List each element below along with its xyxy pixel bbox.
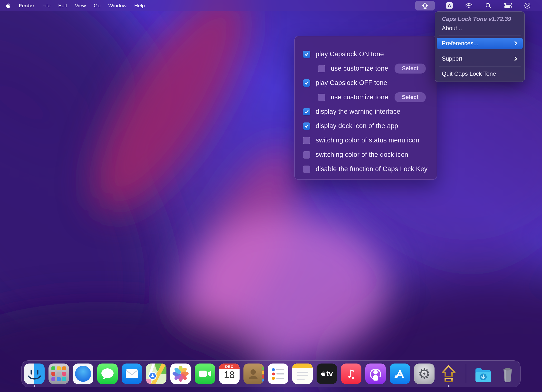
support-label: Support — [442, 55, 462, 62]
menu-separator — [439, 36, 521, 36]
circle-chevron-icon — [524, 2, 531, 9]
dock-caps-lock-tone-icon[interactable] — [438, 364, 459, 384]
menu-item-about[interactable]: About... — [435, 23, 524, 34]
pref-row-play-on-tone: play Capslock ON tone — [303, 47, 428, 61]
dock-messages-icon[interactable] — [97, 364, 118, 384]
pref-row-disable-capslock: disable the function of Caps Lock Key — [303, 162, 428, 176]
caps-lock-arrow-icon — [421, 2, 429, 9]
pref-label: disable the function of Caps Lock Key — [316, 165, 427, 173]
checkbox-checked[interactable] — [303, 51, 310, 58]
pref-label: use customize tone — [331, 93, 388, 101]
running-indicator — [448, 385, 450, 387]
input-letter-badge: A — [446, 2, 453, 9]
checkbox-checked[interactable] — [303, 122, 310, 130]
wifi-alert-status-icon[interactable] — [464, 1, 474, 10]
dock-maps-icon[interactable] — [146, 364, 166, 384]
music-note-icon: ♫ — [346, 367, 356, 380]
pref-row-switch-status-color: switching color of status menu icon — [303, 133, 428, 148]
gear-icon: ⚙ — [418, 367, 431, 381]
menu-item-support[interactable]: Support — [437, 53, 523, 64]
dock-mail-icon[interactable] — [122, 364, 142, 384]
select-tone-button[interactable]: Select — [395, 92, 426, 102]
pref-label: use customize tone — [331, 65, 388, 72]
checkbox-unchecked[interactable] — [318, 94, 325, 101]
wifi-alert-icon — [465, 2, 473, 9]
menu-item-help[interactable]: Help — [134, 3, 145, 9]
pref-row-dock-icon: display dock icon of the app — [303, 119, 428, 133]
calendar-day: 18 — [219, 369, 240, 380]
pref-label: display the warning interface — [316, 108, 400, 115]
menu-item-edit[interactable]: Edit — [58, 3, 67, 9]
caps-lock-tone-menu: Caps Lock Tone v1.72.39 About... Prefere… — [435, 11, 525, 82]
input-letter: A — [448, 3, 451, 8]
menu-item-file[interactable]: File — [42, 3, 50, 9]
pref-row-play-off-tone: play Capslock OFF tone — [303, 76, 428, 90]
toggles-icon — [504, 3, 512, 8]
dock-tv-icon[interactable]: tv — [317, 364, 337, 384]
apple-menu[interactable] — [6, 3, 10, 8]
search-icon — [485, 2, 492, 9]
input-source-status-icon[interactable]: A — [445, 1, 454, 10]
menu-item-go[interactable]: Go — [94, 3, 100, 9]
caps-lock-tone-status-icon[interactable] — [415, 1, 435, 10]
dock-launchpad-icon[interactable] — [48, 364, 69, 384]
pref-row-warning-interface: display the warning interface — [303, 104, 428, 119]
chevron-right-icon — [514, 56, 518, 61]
menu-item-preferences[interactable]: Preferences... — [437, 38, 523, 49]
menu-separator — [439, 51, 521, 51]
dock-downloads-folder-icon[interactable] — [473, 364, 494, 384]
status-icons: A — [415, 0, 542, 11]
dock-podcasts-icon[interactable] — [365, 364, 386, 384]
spotlight-search-icon[interactable] — [484, 1, 493, 10]
apple-icon — [6, 3, 10, 8]
pref-row-customize-off: use customize tone Select — [318, 90, 428, 104]
checkbox-checked[interactable] — [303, 79, 310, 87]
tv-label: tv — [326, 370, 333, 378]
preferences-label: Preferences... — [442, 40, 478, 47]
dock-notes-icon[interactable] — [292, 364, 313, 384]
chevron-right-icon — [514, 41, 518, 46]
menu-item-view[interactable]: View — [75, 3, 86, 9]
checkbox-unchecked[interactable] — [303, 166, 310, 173]
dock-trash-icon[interactable] — [497, 364, 518, 384]
pref-row-customize-on: use customize tone Select — [318, 61, 428, 76]
menu-separator — [439, 66, 521, 66]
dock-music-icon[interactable]: ♫ — [341, 364, 361, 384]
dock-separator — [466, 364, 466, 383]
menu-item-quit[interactable]: Quit Caps Lock Tone — [435, 68, 524, 79]
control-center-icon[interactable] — [503, 1, 513, 10]
apple-logo-small — [321, 371, 326, 377]
select-tone-button[interactable]: Select — [395, 64, 426, 74]
dock-finder-icon[interactable] — [24, 364, 45, 384]
dock-facetime-icon[interactable] — [195, 364, 215, 384]
checkbox-unchecked[interactable] — [303, 137, 310, 144]
menu-bar-left: Finder File Edit View Go Window Help — [0, 3, 145, 9]
calendar-month: DEC — [219, 364, 240, 369]
pref-label: switching color of the dock icon — [316, 151, 408, 159]
pref-label: play Capslock ON tone — [316, 50, 384, 58]
dock-contacts-icon[interactable] — [243, 364, 264, 384]
dock-safari-icon[interactable] — [73, 364, 93, 384]
preferences-panel: play Capslock ON tone use customize tone… — [294, 36, 437, 180]
circle-chevron-status-icon[interactable] — [523, 1, 532, 10]
pref-label: switching color of status menu icon — [316, 137, 419, 144]
checkbox-unchecked[interactable] — [303, 151, 310, 159]
checkbox-checked[interactable] — [303, 108, 310, 115]
menu-bar: Finder File Edit View Go Window Help A — [0, 0, 542, 11]
dock-system-preferences-icon[interactable]: ⚙ — [414, 364, 435, 384]
pref-label: play Capslock OFF tone — [316, 79, 387, 87]
menu-title: Caps Lock Tone v1.72.39 — [435, 14, 524, 23]
checkbox-unchecked[interactable] — [318, 65, 325, 72]
menu-item-window[interactable]: Window — [108, 3, 126, 9]
desktop: Finder File Edit View Go Window Help A — [0, 0, 542, 392]
dock-reminders-icon[interactable] — [268, 364, 288, 384]
dock: DEC 18 — [21, 360, 521, 387]
dock-appstore-icon[interactable] — [390, 364, 410, 384]
running-indicator — [34, 385, 35, 387]
pref-row-switch-dock-color: switching color of the dock icon — [303, 148, 428, 162]
menu-app-name[interactable]: Finder — [19, 3, 34, 9]
dock-calendar-icon[interactable]: DEC 18 — [219, 364, 240, 384]
pref-label: display dock icon of the app — [316, 122, 398, 130]
dock-photos-icon[interactable] — [170, 364, 191, 384]
